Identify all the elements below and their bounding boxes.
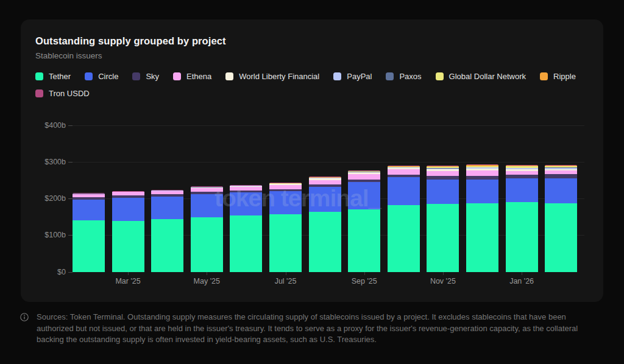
y-tick-label: $200b [21, 194, 66, 203]
bar-segment-ethena[interactable] [388, 169, 420, 175]
bar-aug-25[interactable] [309, 177, 341, 272]
plot-area [73, 125, 585, 272]
bar-apr-25[interactable] [151, 190, 183, 272]
y-tick-label: $100b [21, 231, 66, 239]
bar-jul-25[interactable] [269, 183, 302, 272]
y-tick [68, 125, 73, 126]
bar-segment-circle[interactable] [73, 200, 105, 220]
bar-oct-25[interactable] [388, 166, 420, 272]
x-tick-label: Jul '25 [261, 277, 310, 285]
bar-segment-ethena[interactable] [348, 174, 380, 179]
bar-segment-circle[interactable] [466, 180, 498, 203]
bar-feb-26[interactable] [545, 165, 577, 272]
chart-card: Outstanding supply grouped by project St… [21, 19, 603, 302]
bar-segment-tether[interactable] [73, 220, 105, 272]
x-tick-label: May '25 [182, 277, 231, 285]
bar-segment-tether[interactable] [427, 204, 459, 272]
bar-segment-circle[interactable] [230, 192, 262, 215]
bar-mar-25[interactable] [112, 191, 144, 272]
x-tick-label: Nov '25 [419, 277, 467, 285]
y-tick-label: $0 [21, 268, 66, 276]
bar-segment-circle[interactable] [269, 191, 302, 214]
bar-segment-ethena[interactable] [466, 170, 498, 175]
bar-segment-tether[interactable] [112, 221, 144, 272]
bar-sep-25[interactable] [348, 170, 380, 272]
bar-segment-tether[interactable] [348, 209, 380, 272]
bar-segment-circle[interactable] [427, 180, 459, 204]
bar-nov-25[interactable] [427, 166, 459, 272]
bar-segment-sky[interactable] [545, 174, 577, 178]
y-tick-label: $300b [21, 158, 66, 166]
bar-segment-circle[interactable] [348, 182, 380, 209]
x-tick [286, 272, 286, 275]
bar-dec-25[interactable] [466, 164, 498, 272]
bar-segment-ethena[interactable] [506, 171, 538, 175]
footer-text: Sources: Token Terminal. Outstanding sup… [37, 312, 589, 346]
info-icon [20, 313, 29, 321]
y-tick [68, 235, 73, 236]
x-tick [443, 272, 444, 275]
bar-segment-ethena[interactable] [309, 180, 341, 184]
y-tick [68, 162, 73, 163]
bar-segment-circle[interactable] [112, 198, 144, 221]
bar-segment-circle[interactable] [506, 178, 538, 202]
y-tick [68, 272, 73, 273]
bar-segment-tether[interactable] [466, 203, 498, 272]
bar-segment-tether[interactable] [269, 214, 302, 272]
bar-segment-circle[interactable] [151, 197, 183, 219]
bar-segment-tether[interactable] [151, 219, 183, 272]
bar-segment-tether[interactable] [191, 217, 223, 272]
bar-segment-tether[interactable] [309, 212, 341, 272]
x-tick-label: Sep '25 [340, 277, 389, 285]
y-tick [68, 198, 73, 199]
x-tick [128, 272, 129, 275]
y-tick-label: $400b [21, 121, 66, 130]
bar-segment-tether[interactable] [506, 202, 538, 272]
bar-segment-circle[interactable] [388, 177, 420, 205]
chart-area: $400b$300b$200b$100b$0 Mar '25May '25Jul… [21, 19, 603, 302]
bar-segment-tether[interactable] [230, 215, 262, 272]
bar-may-25[interactable] [191, 186, 223, 272]
bar-segment-circle[interactable] [545, 178, 577, 203]
bar-feb-25[interactable] [73, 193, 105, 272]
bar-segment-tether[interactable] [388, 205, 420, 272]
bar-segment-circle[interactable] [191, 194, 223, 217]
x-tick-label: Jan '26 [497, 277, 546, 285]
x-tick-label: Mar '25 [104, 277, 152, 285]
bar-segment-circle[interactable] [309, 187, 341, 212]
bar-segment-ethena[interactable] [427, 171, 459, 176]
bar-jun-25[interactable] [230, 185, 262, 272]
x-tick [207, 272, 207, 275]
footer: Sources: Token Terminal. Outstanding sup… [20, 312, 590, 346]
bar-jan-26[interactable] [506, 165, 538, 272]
x-tick [522, 272, 522, 275]
x-tick [364, 272, 365, 275]
bar-segment-tether[interactable] [545, 203, 577, 272]
